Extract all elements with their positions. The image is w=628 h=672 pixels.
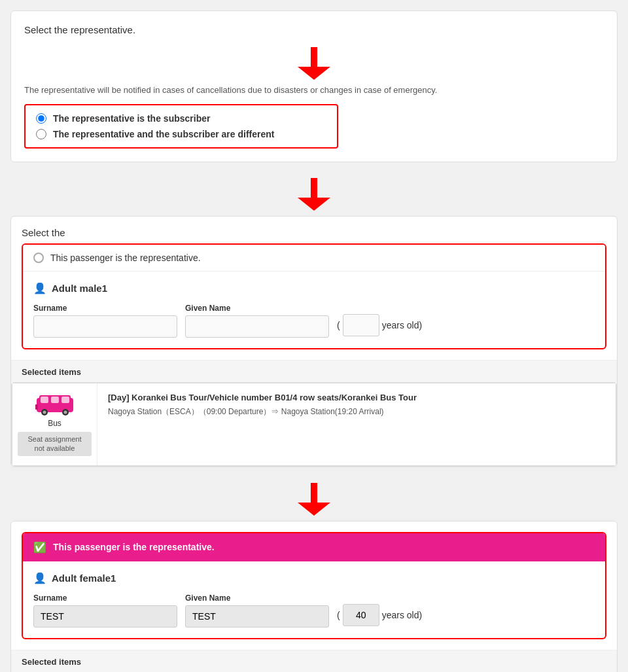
bus-label-1: Bus [48, 419, 61, 428]
bus-item-row-1: Bus Seat assignment not available [Day] … [12, 383, 616, 466]
passenger2-type: Adult female1 [52, 573, 116, 584]
passenger1-header[interactable]: This passenger is the representative. [23, 245, 605, 272]
passenger2-type-row: 👤 Adult female1 [33, 572, 595, 584]
arrow-svg-1 [298, 47, 330, 80]
radio-group-box: The representative is the subscriber The… [24, 104, 338, 149]
passenger2-age-suffix: years old) [382, 610, 422, 620]
passenger2-form-row: Surname Given Name ( years old) [33, 593, 595, 628]
arrow-indicator-1 [24, 42, 604, 85]
representative-section: Select the representative. The represent… [10, 10, 618, 162]
section3: ✅ This passenger is the representative. … [10, 521, 618, 672]
svg-rect-2 [311, 178, 317, 199]
svg-marker-3 [298, 198, 330, 211]
svg-marker-1 [298, 67, 330, 80]
section1-title: Select the representative. [24, 24, 604, 35]
radio-item-same[interactable]: The representative is the subscriber [36, 113, 326, 124]
svg-rect-0 [311, 47, 317, 68]
radio-diff[interactable] [36, 129, 46, 139]
passenger1-age-group: ( years old) [337, 314, 422, 336]
selected-items-label-1: Selected items [11, 360, 617, 382]
passenger1-header-text: This passenger is the representative. [50, 253, 201, 263]
arrow-between-sections [10, 173, 618, 216]
passenger2-age-input[interactable] [343, 604, 379, 626]
radio-diff-label[interactable]: The representative and the subscriber ar… [53, 129, 274, 139]
arrow-between-passengers [10, 478, 618, 521]
person-icon-2: 👤 [33, 572, 46, 584]
passenger2-givenname-label: Given Name [185, 593, 329, 603]
passenger1-surname-label: Surname [33, 304, 177, 313]
radio-same-label[interactable]: The representative is the subscriber [53, 113, 210, 124]
passenger2-card: ✅ This passenger is the representative. … [22, 532, 606, 639]
arrow-svg-2 [298, 178, 330, 211]
person-icon-1: 👤 [33, 282, 46, 294]
passenger1-givenname-label: Given Name [185, 304, 329, 313]
passenger1-givenname-group: Given Name [185, 304, 329, 338]
bus-icon-cell-1: Bus Seat assignment not available [12, 383, 97, 465]
svg-rect-14 [311, 483, 317, 504]
bus-icon-svg-1 [35, 393, 75, 416]
passenger2-age-group: ( years old) [337, 604, 422, 626]
passenger1-type-row: 👤 Adult male1 [33, 282, 595, 294]
bus-tour-route-1: Nagoya Station（ESCA）（09:00 Departure）⇒ N… [108, 406, 605, 417]
passenger2-givenname-input[interactable] [185, 605, 329, 628]
bus-item-wrapper-1: Bus Seat assignment not available [Day] … [11, 382, 617, 467]
passenger2-surname-input[interactable] [33, 605, 177, 628]
bus-tour-title-1: [Day] Korankei Bus Tour/Vehicle number B… [108, 393, 605, 402]
select-the-label: Select the [22, 227, 606, 238]
passenger2-header-text: This passenger is the representative. [53, 542, 215, 552]
svg-point-12 [63, 411, 67, 414]
svg-rect-13 [35, 404, 38, 410]
passenger1-givenname-input[interactable] [185, 315, 329, 338]
passenger2-givenname-group: Given Name [185, 593, 329, 628]
passenger1-age-suffix: years old) [382, 320, 422, 330]
passenger2-open-paren: ( [337, 610, 340, 620]
page-wrapper: Select the representative. The represent… [0, 0, 628, 672]
check-icon-2: ✅ [33, 541, 46, 554]
arrow-svg-3 [298, 483, 330, 516]
passenger1-type: Adult male1 [52, 283, 107, 294]
passenger1-surname-input[interactable] [33, 315, 177, 338]
svg-point-10 [43, 411, 46, 414]
section2: Select the This passenger is the represe… [10, 216, 618, 467]
passenger1-form-row: Surname Given Name ( years old) [33, 304, 595, 338]
radio-item-diff[interactable]: The representative and the subscriber ar… [36, 129, 326, 139]
passenger1-body: 👤 Adult male1 Surname Given Name [23, 272, 605, 348]
svg-marker-15 [298, 503, 330, 516]
bus-info-cell-1: [Day] Korankei Bus Tour/Vehicle number B… [97, 383, 616, 465]
passenger1-age-input[interactable] [343, 314, 379, 336]
passenger1-surname-group: Surname [33, 304, 177, 338]
notification-text: The representative will be notified in c… [24, 85, 604, 95]
svg-rect-7 [51, 397, 59, 403]
radio-same[interactable] [36, 113, 46, 124]
selected-items-label-2: Selected items [11, 650, 617, 672]
section2-inner: Select the This passenger is the represe… [11, 217, 617, 360]
section3-inner: ✅ This passenger is the representative. … [11, 522, 617, 650]
passenger1-open-paren: ( [337, 320, 340, 330]
passenger1-radio-circle [33, 253, 44, 263]
passenger1-card: This passenger is the representative. 👤 … [22, 243, 606, 349]
svg-rect-6 [41, 397, 48, 403]
passenger2-surname-label: Surname [33, 593, 177, 603]
passenger2-surname-group: Surname [33, 593, 177, 628]
passenger2-header[interactable]: ✅ This passenger is the representative. [23, 533, 605, 561]
svg-rect-8 [61, 397, 69, 403]
passenger2-body: 👤 Adult female1 Surname Given Name [23, 561, 605, 638]
seat-badge-1: Seat assignment not available [18, 432, 92, 456]
